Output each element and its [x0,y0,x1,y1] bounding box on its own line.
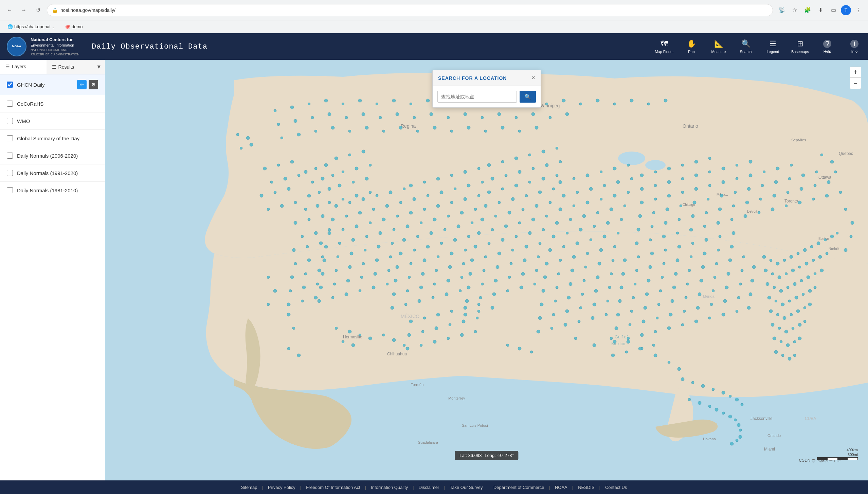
svg-point-257 [492,293,496,296]
svg-point-398 [717,221,720,225]
download-button[interactable]: ⬇ [815,5,826,16]
forward-button[interactable]: → [18,5,29,16]
location-search-input[interactable] [437,91,517,103]
svg-point-233 [501,238,504,242]
layer-checkbox-daily-normals-1981[interactable] [7,187,13,193]
layer-checkbox-ghcn-daily[interactable] [7,82,13,88]
footer-noaa[interactable]: NOAA [550,485,572,490]
svg-point-145 [467,184,470,187]
app-footer: Sitemap | Privacy Policy | Freedom Of In… [0,480,868,494]
scale-segment-2 [828,458,838,460]
more-button[interactable]: ⋮ [853,5,864,16]
footer-disclaimer[interactable]: Disclaimer [414,485,444,490]
svg-point-62 [365,177,368,180]
layer-settings-button-ghcn-daily[interactable]: ⚙ [89,80,98,89]
svg-point-616 [798,337,801,340]
tool-measure[interactable]: 📐 Measure [705,33,732,60]
tool-basemaps[interactable]: ⊞ Basemaps [786,33,814,60]
svg-point-242 [539,242,541,245]
tool-map-finder[interactable]: 🗺 Map Finder [651,33,678,60]
svg-point-372 [761,184,764,187]
svg-point-554 [246,136,250,140]
layer-edit-button-ghcn-daily[interactable]: ✏ [77,80,87,89]
svg-point-51 [304,208,307,211]
tool-help[interactable]: ? Help [814,33,841,60]
sidebar-panel-button[interactable]: ▭ [828,5,839,16]
svg-point-637 [545,103,548,105]
footer-privacy[interactable]: Privacy Policy [263,485,300,490]
footer-commerce[interactable]: Department of Commerce [489,485,549,490]
svg-point-161 [430,231,433,235]
footer-foia[interactable]: Freedom Of Information Act [301,485,365,490]
back-button[interactable]: ← [4,5,15,16]
basemaps-icon: ⊞ [797,39,803,48]
svg-point-429 [267,303,270,306]
svg-point-267 [600,171,602,173]
map-svg: Regina Winnipeg Ontario Sept-Îles Quebec… [105,60,868,480]
bookmark-demo[interactable]: 🐙 demo [62,23,86,31]
svg-point-565 [797,252,799,255]
svg-point-72 [292,248,295,252]
svg-point-214 [498,201,501,204]
tab-layers[interactable]: ☰ Layers [0,60,47,74]
layer-item-ghcn-daily: GHCN Daily ✏ ⚙ [0,74,105,95]
main-content: ☰ Layers ☰ Results ▼ GHCN Daily ✏ ⚙ CoCo… [0,60,868,480]
layer-checkbox-wmo[interactable] [7,118,13,124]
svg-point-172 [410,262,412,265]
footer-nesdis[interactable]: NESDIS [573,485,599,490]
tool-info[interactable]: i Info [841,33,868,60]
svg-point-191 [418,299,421,303]
svg-point-37 [274,191,276,194]
svg-point-176 [464,249,467,251]
svg-point-480 [688,269,691,272]
footer-sitemap[interactable]: Sitemap [236,485,262,490]
profile-button[interactable]: T [841,5,851,15]
svg-point-296 [576,242,579,245]
svg-point-272 [589,187,593,191]
layer-checkbox-global-summary[interactable] [7,135,13,141]
svg-point-194 [459,289,462,292]
tool-legend[interactable]: ☰ Legend [759,33,786,60]
layer-checkbox-cocorahs[interactable] [7,101,13,107]
svg-point-563 [783,259,786,262]
svg-point-228 [518,222,521,224]
zoom-in-button[interactable]: + [850,67,861,78]
svg-point-437 [668,361,670,364]
bookmark-star-button[interactable]: ☆ [789,5,800,16]
footer-info-quality[interactable]: Information Quality [366,485,413,490]
svg-text:San Luis Potosí: San Luis Potosí [462,423,488,427]
address-bar[interactable]: 🔒 ncei.noaa.gov/maps/daily/ [47,4,773,16]
svg-point-605 [808,303,812,306]
search-modal-title: SEARCH FOR A LOCATION [438,75,507,81]
agency-name-line3: NATIONAL OCEANIC AND ATMOSPHERIC ADMINIS… [31,48,85,56]
zoom-out-button[interactable]: − [850,78,861,89]
cast-button[interactable]: 📡 [776,5,787,16]
svg-point-153 [406,225,409,228]
reload-button[interactable]: ↺ [33,5,43,16]
tool-pan[interactable]: ✋ Pan [678,33,705,60]
layer-checkbox-daily-normals-2006[interactable] [7,153,13,159]
svg-point-419 [715,408,718,411]
bookmark-openai[interactable]: 🌐 https://chat.openai... [5,23,57,31]
svg-point-464 [719,235,721,238]
tab-results[interactable]: ☰ Results [47,60,93,74]
tool-search[interactable]: 🔍 Search [732,33,759,60]
extensions-button[interactable]: 🧩 [802,5,813,16]
svg-point-205 [545,163,548,167]
svg-point-223 [535,204,538,208]
svg-text:Regina: Regina [401,123,416,129]
location-search-button[interactable]: 🔍 [520,91,536,103]
svg-point-336 [640,174,644,177]
footer-contact[interactable]: Contact Us [600,485,632,490]
layer-checkbox-daily-normals-1991[interactable] [7,170,13,176]
map-area[interactable]: Regina Winnipeg Ontario Sept-Îles Quebec… [105,60,868,480]
svg-point-507 [615,327,618,330]
footer-survey[interactable]: Take Our Survey [445,485,488,490]
svg-point-523 [681,323,684,326]
search-modal-close-button[interactable]: × [531,74,535,82]
svg-point-186 [433,283,436,285]
svg-point-338 [667,167,671,170]
svg-point-599 [769,310,773,313]
svg-point-136 [423,181,426,183]
sidebar-filter-button[interactable]: ▼ [93,60,105,74]
